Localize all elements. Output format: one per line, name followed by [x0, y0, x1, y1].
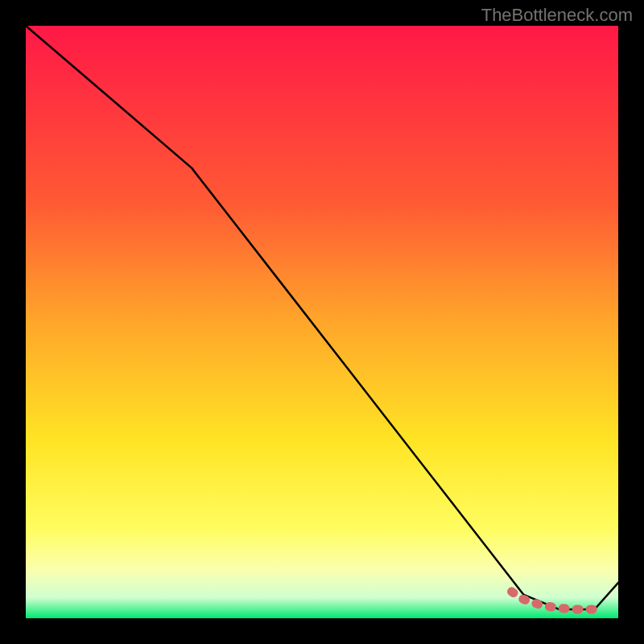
watermark-text: TheBottleneck.com — [481, 5, 633, 26]
plot-background — [26, 26, 618, 618]
chart-svg — [0, 0, 644, 644]
chart-container: TheBottleneck.com — [0, 0, 644, 644]
